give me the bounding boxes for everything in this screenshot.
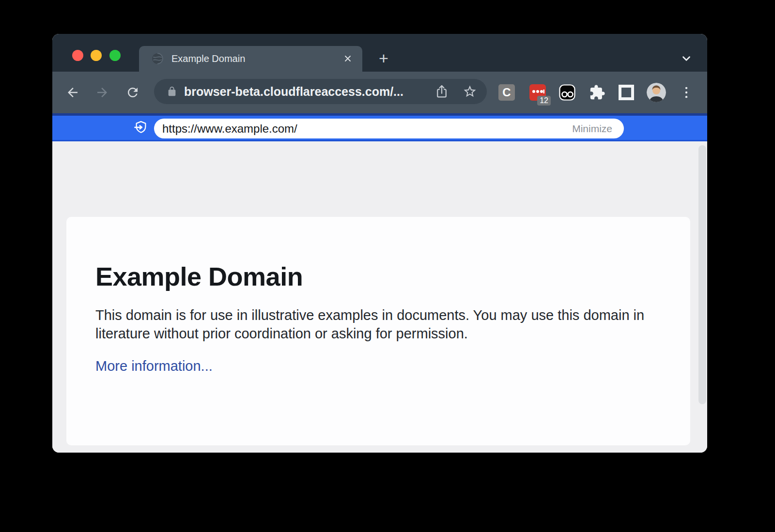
browser-window: Example Domain + bbox=[52, 34, 707, 453]
share-icon[interactable] bbox=[434, 84, 449, 99]
desktop-background: Example Domain + bbox=[0, 0, 775, 532]
new-tab-button[interactable]: + bbox=[372, 46, 395, 72]
extension-red-dots-icon[interactable]: 12 bbox=[529, 84, 546, 101]
scrollbar[interactable] bbox=[698, 145, 706, 404]
close-window-button[interactable] bbox=[72, 50, 83, 61]
minimize-button[interactable]: Minimize bbox=[572, 119, 612, 138]
extension-badge: 12 bbox=[537, 96, 551, 106]
tab-title: Example Domain bbox=[171, 46, 245, 72]
bookmark-star-icon[interactable] bbox=[463, 84, 477, 99]
forward-button-icon[interactable] bbox=[95, 85, 109, 100]
browser-menu-icon[interactable] bbox=[681, 84, 692, 101]
zoom-window-button[interactable] bbox=[109, 50, 121, 61]
address-bar[interactable]: browser-beta.cloudflareaccess.com/... bbox=[154, 79, 487, 104]
navigation-toolbar: browser-beta.cloudflareaccess.com/... C bbox=[52, 72, 707, 113]
profile-avatar[interactable] bbox=[647, 83, 666, 102]
lock-icon[interactable] bbox=[167, 86, 177, 97]
isolated-url[interactable]: https://www.example.com/ bbox=[162, 119, 297, 138]
extensions-puzzle-icon[interactable] bbox=[589, 84, 605, 101]
minimize-window-button[interactable] bbox=[91, 50, 102, 61]
content-card: Example Domain This domain is for use in… bbox=[66, 217, 690, 445]
page-paragraph: This domain is for use in illustrative e… bbox=[95, 306, 652, 343]
tab-strip: Example Domain + bbox=[52, 34, 707, 72]
address-bar-url[interactable]: browser-beta.cloudflareaccess.com/... bbox=[184, 79, 403, 104]
globe-favicon-icon bbox=[151, 52, 164, 65]
back-button-icon[interactable] bbox=[65, 85, 80, 100]
isolation-bar: https://www.example.com/ Minimize bbox=[52, 113, 707, 141]
browser-tab[interactable]: Example Domain bbox=[139, 46, 362, 72]
tab-search-chevron-icon[interactable] bbox=[680, 52, 693, 65]
reload-button-icon[interactable] bbox=[125, 85, 140, 100]
page-heading: Example Domain bbox=[95, 261, 661, 291]
side-panel-icon[interactable] bbox=[618, 84, 635, 101]
more-information-link[interactable]: More information... bbox=[95, 358, 213, 374]
isolated-url-bar[interactable]: https://www.example.com/ Minimize bbox=[154, 119, 624, 138]
extension-c-icon[interactable]: C bbox=[498, 84, 515, 101]
page-viewport: Example Domain This domain is for use in… bbox=[52, 141, 707, 453]
extension-two-circles-icon[interactable] bbox=[559, 84, 575, 101]
isolation-shield-icon bbox=[134, 120, 148, 135]
tab-close-icon[interactable] bbox=[343, 54, 353, 63]
